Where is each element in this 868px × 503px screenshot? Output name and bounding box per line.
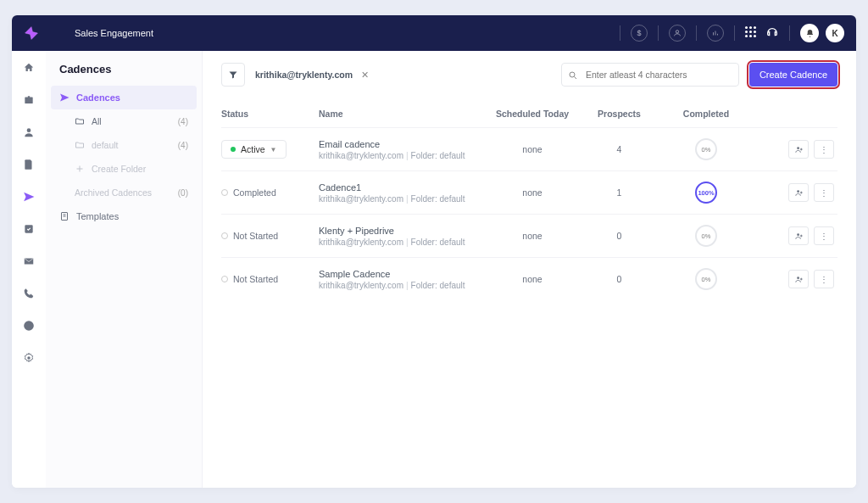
dollar-icon[interactable]: $ bbox=[631, 25, 648, 42]
user-icon[interactable] bbox=[669, 25, 686, 42]
sidebar-label: Cadences bbox=[76, 92, 120, 103]
send-icon bbox=[59, 92, 70, 103]
sidebar-item-archived[interactable]: Archived Cadences (0) bbox=[46, 181, 202, 204]
sidebar-count: (4) bbox=[178, 117, 188, 126]
more-button[interactable]: ⋮ bbox=[814, 183, 834, 202]
status-radio: Not Started bbox=[221, 274, 278, 284]
status-dot bbox=[231, 147, 236, 152]
status-label: Active bbox=[241, 144, 265, 154]
more-button[interactable]: ⋮ bbox=[814, 226, 834, 245]
table-row[interactable]: Not StartedSample Cadencekrithika@trykle… bbox=[221, 257, 837, 300]
mail-icon[interactable] bbox=[22, 254, 36, 268]
filter-button[interactable] bbox=[221, 63, 245, 87]
sidebar-item-all[interactable]: All (4) bbox=[46, 109, 202, 133]
sidebar-label: Templates bbox=[76, 211, 119, 221]
divider bbox=[696, 25, 697, 41]
search-input[interactable] bbox=[561, 63, 739, 87]
home-icon[interactable] bbox=[22, 61, 36, 75]
radio-circle bbox=[221, 189, 228, 196]
topnav-right: $ K bbox=[616, 24, 844, 42]
table-row[interactable]: Active▼Email cadencekrithika@tryklenty.c… bbox=[221, 127, 837, 170]
add-user-button[interactable] bbox=[788, 226, 809, 245]
status-radio: Completed bbox=[221, 187, 276, 198]
prospects-value: 0 bbox=[579, 274, 659, 284]
add-user-button[interactable] bbox=[788, 183, 809, 202]
status-label: Completed bbox=[233, 187, 276, 198]
filter-chip: krithika@tryklenty.com ✕ bbox=[255, 70, 369, 81]
table-row[interactable]: Not StartedKlenty + Pipedrivekrithika@tr… bbox=[221, 214, 837, 257]
table-header: Status Name Scheduled Today Prospects Co… bbox=[221, 102, 837, 127]
divider bbox=[734, 25, 735, 41]
sidebar-label: All bbox=[92, 116, 102, 126]
sidebar: Cadences Cadences All (4) default (4) Cr… bbox=[46, 51, 203, 488]
add-user-button[interactable] bbox=[788, 140, 809, 159]
cadence-meta: krithika@tryklenty.com|Folder: default bbox=[319, 151, 486, 160]
sidebar-item-cadences[interactable]: Cadences bbox=[51, 86, 197, 109]
status-label: Not Started bbox=[233, 231, 278, 241]
avatar[interactable]: K bbox=[826, 24, 844, 42]
scheduled-value: none bbox=[486, 231, 579, 241]
sidebar-label: default bbox=[92, 140, 119, 150]
sidebar-item-default[interactable]: default (4) bbox=[46, 133, 202, 157]
cadence-meta: krithika@tryklenty.com|Folder: default bbox=[319, 238, 486, 247]
more-button[interactable]: ⋮ bbox=[814, 270, 834, 288]
sidebar-label: Archived Cadences bbox=[75, 187, 152, 198]
svg-point-0 bbox=[676, 31, 678, 33]
sidebar-item-create-folder[interactable]: Create Folder bbox=[46, 157, 202, 181]
folder-icon bbox=[75, 140, 85, 150]
svg-point-7 bbox=[797, 190, 799, 193]
col-status: Status bbox=[221, 109, 319, 119]
table-row[interactable]: CompletedCadence1krithika@tryklenty.com|… bbox=[221, 170, 837, 214]
prospects-value: 1 bbox=[579, 187, 659, 198]
status-label: Not Started bbox=[233, 274, 278, 284]
cadence-name: Sample Cadence bbox=[319, 269, 486, 279]
bell-icon[interactable] bbox=[800, 24, 819, 42]
sidebar-item-templates[interactable]: Templates bbox=[46, 204, 202, 228]
main-content: krithika@tryklenty.com ✕ Create Cadence … bbox=[203, 51, 856, 488]
add-user-button[interactable] bbox=[788, 270, 809, 288]
progress-ring: 0% bbox=[695, 138, 717, 160]
brand-title: Sales Engagement bbox=[75, 28, 153, 38]
cadence-name: Email cadence bbox=[319, 139, 486, 149]
cadence-meta: krithika@tryklenty.com|Folder: default bbox=[319, 194, 486, 204]
svg-point-6 bbox=[797, 147, 799, 149]
divider bbox=[789, 25, 790, 41]
icon-rail bbox=[12, 51, 46, 488]
body: Cadences Cadences All (4) default (4) Cr… bbox=[12, 51, 856, 488]
close-icon[interactable]: ✕ bbox=[361, 70, 369, 81]
svg-point-8 bbox=[797, 233, 799, 236]
settings-icon[interactable] bbox=[22, 351, 36, 365]
create-cadence-button[interactable]: Create Cadence bbox=[749, 63, 837, 87]
col-name: Name bbox=[319, 109, 486, 119]
cadence-icon[interactable] bbox=[22, 190, 36, 204]
files-icon[interactable] bbox=[22, 158, 36, 171]
contact-icon[interactable] bbox=[22, 126, 36, 139]
logo-icon[interactable] bbox=[24, 25, 39, 41]
reports-icon[interactable] bbox=[22, 319, 36, 333]
toolbar: krithika@tryklenty.com ✕ Create Cadence bbox=[221, 63, 837, 87]
svg-point-3 bbox=[27, 356, 31, 360]
cadence-meta: krithika@tryklenty.com|Folder: default bbox=[319, 281, 486, 290]
tasks-icon[interactable] bbox=[22, 222, 36, 236]
cadence-name: Cadence1 bbox=[319, 182, 486, 193]
briefcase-icon[interactable] bbox=[22, 93, 36, 107]
progress-ring: 0% bbox=[695, 268, 717, 290]
sidebar-count: (0) bbox=[178, 188, 188, 198]
search-wrap bbox=[561, 63, 739, 87]
filter-chip-label: krithika@tryklenty.com bbox=[255, 70, 353, 80]
apps-grid-icon[interactable] bbox=[745, 26, 759, 40]
radio-circle bbox=[221, 232, 228, 239]
more-button[interactable]: ⋮ bbox=[814, 140, 834, 159]
chart-icon[interactable] bbox=[707, 25, 724, 42]
search-icon bbox=[568, 69, 578, 79]
phone-icon[interactable] bbox=[22, 287, 36, 300]
table-body: Active▼Email cadencekrithika@tryklenty.c… bbox=[221, 127, 837, 300]
app-window: Sales Engagement $ K bbox=[12, 15, 856, 488]
radio-circle bbox=[221, 276, 228, 282]
status-chip[interactable]: Active▼ bbox=[221, 140, 287, 159]
headset-icon[interactable] bbox=[765, 26, 779, 40]
divider bbox=[658, 25, 659, 41]
plus-icon bbox=[75, 164, 85, 174]
sidebar-label: Create Folder bbox=[92, 164, 146, 174]
folder-icon bbox=[75, 116, 85, 126]
